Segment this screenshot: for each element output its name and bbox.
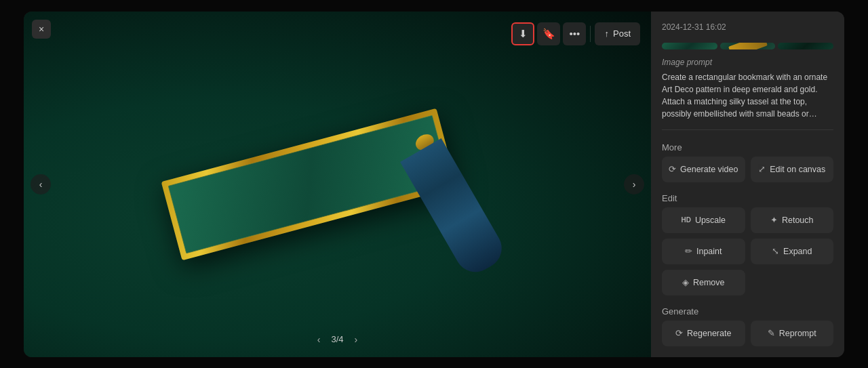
edit-on-canvas-button[interactable]: ⤢ Edit on canvas [751, 157, 834, 182]
regenerate-label: Regenerate [687, 329, 731, 338]
bookmark-button[interactable]: 🔖 [537, 22, 560, 45]
prompt-section: Image prompt Create a rectangular bookma… [662, 58, 833, 120]
post-label: Post [613, 28, 631, 39]
image-toolbar: ⬇ 🔖 ••• ↑ Post [511, 22, 640, 45]
nav-next-button[interactable]: › [624, 174, 644, 195]
upscale-button[interactable]: HD Upscale [662, 207, 745, 233]
page-next-icon: › [355, 334, 358, 345]
page-number: 3/4 [331, 334, 343, 344]
generate-video-icon: ⟳ [669, 164, 676, 174]
edit-section-label: Edit [662, 193, 833, 203]
expand-icon: ⤡ [772, 246, 779, 256]
thumb-img-2 [720, 43, 776, 50]
retouch-button[interactable]: ✦ Retouch [751, 207, 834, 233]
image-prompt-label: Image prompt [662, 58, 833, 67]
prompt-text: Create a rectangular bookmark with an or… [662, 71, 833, 120]
more-section-label: More [662, 142, 833, 152]
thumb-img-3 [778, 43, 833, 50]
expand-button[interactable]: ⤡ Expand [751, 239, 834, 264]
upscale-label: Upscale [695, 216, 726, 225]
page-next-button[interactable]: › [351, 333, 362, 346]
inpaint-icon: ✏ [685, 246, 692, 256]
post-icon: ↑ [604, 28, 609, 39]
remove-label: Remove [693, 278, 725, 287]
bookmark-icon: 🔖 [542, 28, 555, 40]
inpaint-button[interactable]: ✏ Inpaint [662, 239, 745, 264]
thumbnail-2[interactable] [720, 43, 776, 50]
remove-icon: ◈ [682, 277, 689, 287]
retouch-label: Retouch [782, 216, 814, 225]
remove-button[interactable]: ◈ Remove [662, 270, 745, 295]
upscale-icon: HD [681, 216, 690, 224]
generate-section: Generate ⟳ Regenerate ✎ Reprompt [662, 304, 833, 346]
retouch-icon: ✦ [770, 215, 778, 225]
thumbnail-3[interactable] [778, 43, 833, 50]
edit-on-canvas-icon: ⤢ [758, 164, 766, 174]
expand-label: Expand [783, 247, 812, 256]
edit-actions-grid: HD Upscale ✦ Retouch ✏ Inpaint ⤡ Expand [662, 207, 833, 295]
more-section: More ⟳ Generate video ⤢ Edit on canvas [662, 140, 833, 182]
download-button[interactable]: ⬇ [511, 22, 534, 45]
reprompt-icon: ✎ [768, 328, 775, 338]
more-options-button[interactable]: ••• [563, 22, 586, 45]
thumb-img-1 [662, 43, 717, 50]
inpaint-label: Inpaint [696, 247, 722, 256]
reprompt-label: Reprompt [779, 329, 816, 338]
regenerate-button[interactable]: ⟳ Regenerate [662, 321, 745, 346]
image-modal: × ⬇ [24, 12, 844, 357]
image-viewer: ⬇ 🔖 ••• ↑ Post ‹ › [24, 12, 651, 357]
main-image [167, 144, 452, 225]
toolbar-divider [590, 26, 591, 42]
post-button[interactable]: ↑ Post [595, 22, 640, 45]
page-prev-button[interactable]: ‹ [313, 333, 325, 346]
more-icon: ••• [570, 28, 580, 39]
generate-section-label: Generate [662, 306, 833, 316]
page-counter: ‹ 3/4 › [313, 333, 361, 346]
thumbnail-strip [662, 43, 833, 50]
close-button[interactable]: × [32, 20, 51, 39]
more-actions-grid: ⟳ Generate video ⤢ Edit on canvas [662, 157, 833, 182]
nav-prev-button[interactable]: ‹ [31, 174, 51, 195]
page-prev-icon: ‹ [317, 334, 321, 345]
reprompt-button[interactable]: ✎ Reprompt [751, 321, 834, 346]
regenerate-icon: ⟳ [675, 328, 683, 338]
modal-overlay: × ⬇ [0, 0, 868, 368]
chevron-left-icon: ‹ [39, 179, 43, 190]
edit-on-canvas-label: Edit on canvas [770, 165, 825, 174]
generate-video-button[interactable]: ⟳ Generate video [662, 157, 745, 182]
generate-actions-grid: ⟳ Regenerate ✎ Reprompt [662, 321, 833, 346]
timestamp: 2024-12-31 16:02 [662, 22, 833, 32]
sidebar: 2024-12-31 16:02 Image prompt Create a r… [651, 12, 844, 357]
edit-section: Edit HD Upscale ✦ Retouch ✏ Inpaint [662, 190, 833, 295]
thumbnail-1[interactable] [662, 43, 717, 50]
chevron-right-icon: › [633, 179, 636, 190]
download-icon: ⬇ [519, 28, 528, 40]
generate-video-label: Generate video [680, 165, 738, 174]
close-icon: × [39, 24, 44, 35]
